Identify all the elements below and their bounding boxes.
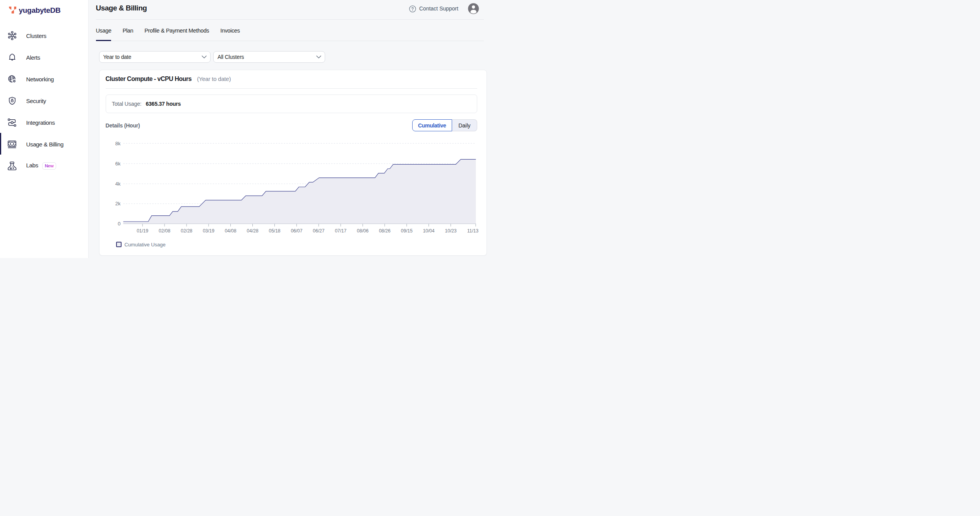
svg-text:07/17: 07/17 [335,228,346,234]
svg-text:2k: 2k [115,201,120,206]
svg-text:6k: 6k [115,161,120,167]
svg-text:04/28: 04/28 [247,228,258,234]
svg-text:8k: 8k [115,141,120,146]
svg-text:06/27: 06/27 [313,228,324,234]
svg-text:10/04: 10/04 [423,228,434,234]
svg-text:02/28: 02/28 [180,228,192,234]
svg-text:02/08: 02/08 [159,228,170,234]
svg-text:05/18: 05/18 [269,228,280,234]
svg-text:04/08: 04/08 [224,228,236,234]
svg-text:08/26: 08/26 [379,228,390,234]
svg-text:03/19: 03/19 [202,228,214,234]
svg-text:09/15: 09/15 [401,228,412,234]
svg-text:11/13: 11/13 [467,228,478,234]
svg-text:08/06: 08/06 [357,228,368,234]
svg-text:01/19: 01/19 [137,228,148,234]
svg-text:10/23: 10/23 [445,228,456,234]
svg-text:0: 0 [118,221,120,227]
svg-text:06/07: 06/07 [291,228,302,234]
svg-text:4k: 4k [115,181,120,187]
